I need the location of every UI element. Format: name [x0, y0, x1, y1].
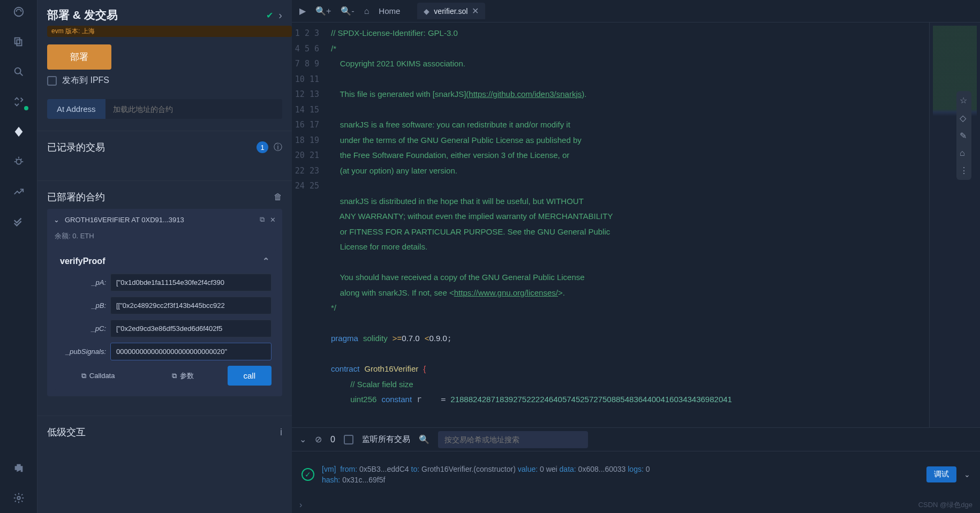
pending-count: 0	[330, 435, 335, 444]
svg-line-4	[20, 73, 22, 76]
lowlevel-section[interactable]: 低级交互 i	[37, 416, 292, 448]
search-icon[interactable]	[11, 64, 26, 79]
search-icon[interactable]: 🔍	[419, 434, 429, 444]
file-explorer-icon[interactable]	[11, 34, 26, 49]
bookmark-icon[interactable]: ◇	[960, 113, 968, 123]
debug-button[interactable]: 调试	[926, 466, 956, 482]
params-button[interactable]: ⧉ 参数	[142, 366, 223, 386]
panel-title: 部署 & 发交易	[47, 7, 261, 22]
star-icon[interactable]: ☆	[960, 95, 968, 105]
param-pub-label: _pubSignals:	[58, 348, 106, 356]
terminal-prompt[interactable]: › CSDN @绿色dge	[292, 497, 980, 513]
contract-name: GROTH16VERIFIER AT 0XD91...3913	[65, 216, 254, 224]
param-pa-input[interactable]	[110, 274, 272, 291]
function-name: verifyProof	[60, 256, 105, 266]
info-icon[interactable]: ⓘ	[274, 142, 282, 153]
code-editor[interactable]: 1 2 3 4 5 6 7 8 9 10 11 12 13 14 15 16 1…	[292, 22, 980, 427]
listen-checkbox[interactable]	[344, 435, 353, 444]
chevron-up-icon[interactable]: ⌃	[262, 256, 269, 266]
clear-icon[interactable]: ⊘	[315, 434, 322, 444]
param-pa-label: _pA:	[58, 278, 106, 286]
home-icon[interactable]: ⌂	[364, 6, 370, 16]
param-pc-label: _pC:	[58, 325, 106, 333]
double-check-icon[interactable]	[11, 214, 26, 229]
svg-point-11	[17, 496, 20, 500]
contract-balance: 余额: 0. ETH	[55, 231, 275, 241]
home-tab[interactable]: Home	[379, 6, 400, 16]
play-icon[interactable]: ▶	[299, 6, 306, 16]
remix-logo-icon[interactable]	[11, 4, 26, 19]
deploy-panel: 部署 & 发交易 ✔ › evm 版本: 上海 部署 发布到 IPFS At A…	[37, 0, 292, 513]
param-pub-input[interactable]	[110, 343, 272, 360]
close-icon[interactable]: ✕	[270, 216, 276, 224]
success-icon: ✓	[301, 468, 314, 481]
trash-icon[interactable]: 🗑	[274, 192, 282, 202]
transactions-title: 已记录的交易	[47, 141, 251, 154]
copy-icon[interactable]: ⧉	[260, 215, 265, 224]
svg-line-9	[16, 159, 17, 160]
tx-search-input[interactable]	[438, 431, 588, 448]
ipfs-checkbox[interactable]	[47, 76, 57, 86]
calldata-button[interactable]: ⧉ Calldata	[58, 366, 138, 386]
minimap[interactable]	[929, 22, 980, 427]
listen-label: 监听所有交易	[362, 434, 410, 444]
log-entry[interactable]: [vm] from: 0x5B3...eddC4 to: Groth16Veri…	[322, 464, 919, 485]
activity-bar	[0, 0, 37, 513]
at-address-input[interactable]	[105, 99, 282, 119]
at-address-button[interactable]: At Address	[47, 99, 105, 119]
editor-toolbar: ▶ 🔍+ 🔍- ⌂ Home ◆ verifier.sol ✕	[292, 0, 980, 22]
edit-icon[interactable]: ✎	[960, 131, 968, 141]
zoom-out-icon[interactable]: 🔍-	[341, 6, 354, 16]
plugin-icon[interactable]	[11, 461, 26, 476]
deploy-icon[interactable]	[11, 124, 26, 139]
param-pc-input[interactable]	[110, 320, 272, 337]
evm-version-tag: evm 版本: 上海	[47, 26, 292, 37]
check-icon: ✔	[266, 10, 273, 20]
lowlevel-label: 低级交互	[47, 426, 86, 439]
deployed-title: 已部署的合约	[47, 191, 268, 203]
settings-icon[interactable]	[11, 491, 26, 506]
terminal: ⌄ ⊘ 0 监听所有交易 🔍 ✓ [vm] from: 0x5B3...eddC…	[292, 427, 980, 513]
chevron-down-icon[interactable]: ⌄	[54, 216, 59, 224]
svg-point-0	[14, 7, 23, 17]
line-gutter: 1 2 3 4 5 6 7 8 9 10 11 12 13 14 15 16 1…	[292, 22, 327, 427]
ipfs-label: 发布到 IPFS	[62, 75, 109, 86]
expand-log-icon[interactable]: ⌄	[964, 470, 970, 479]
file-tab-label: verifier.sol	[434, 7, 468, 16]
param-pb-label: _pB:	[58, 301, 106, 310]
deploy-button[interactable]: 部署	[47, 44, 111, 70]
file-tab[interactable]: ◆ verifier.sol ✕	[417, 3, 485, 19]
side-rail: ☆ ◇ ✎ ⌂ ⋮	[956, 91, 971, 180]
svg-point-5	[16, 159, 21, 164]
watermark: CSDN @绿色dge	[918, 500, 973, 510]
close-tab-icon[interactable]: ✕	[472, 6, 479, 16]
analytics-icon[interactable]	[11, 184, 26, 199]
home-rail-icon[interactable]: ⌂	[960, 148, 968, 158]
more-icon[interactable]: ⋮	[960, 165, 968, 176]
debugger-icon[interactable]	[11, 154, 26, 169]
zoom-in-icon[interactable]: 🔍+	[315, 6, 331, 16]
svg-point-3	[14, 68, 20, 74]
tx-count-badge: 1	[257, 141, 268, 153]
param-pb-input[interactable]	[110, 297, 272, 314]
function-block: verifyProof ⌃ _pA: _pB: _pC: _pubSignals…	[54, 248, 276, 390]
svg-line-10	[20, 159, 21, 160]
chevron-right-icon[interactable]: ›	[278, 9, 282, 21]
editor-area: ▶ 🔍+ 🔍- ⌂ Home ◆ verifier.sol ✕ 1 2 3 4 …	[292, 0, 980, 513]
info-icon[interactable]: i	[280, 427, 282, 438]
contract-instance: ⌄ GROTH16VERIFIER AT 0XD91...3913 ⧉ ✕ 余额…	[47, 209, 282, 396]
collapse-icon[interactable]: ⌄	[299, 434, 306, 444]
solidity-icon: ◆	[424, 7, 429, 16]
code-content[interactable]: // SPDX-License-Identifier: GPL-3.0 /* C…	[327, 22, 929, 427]
call-button[interactable]: call	[228, 366, 272, 386]
